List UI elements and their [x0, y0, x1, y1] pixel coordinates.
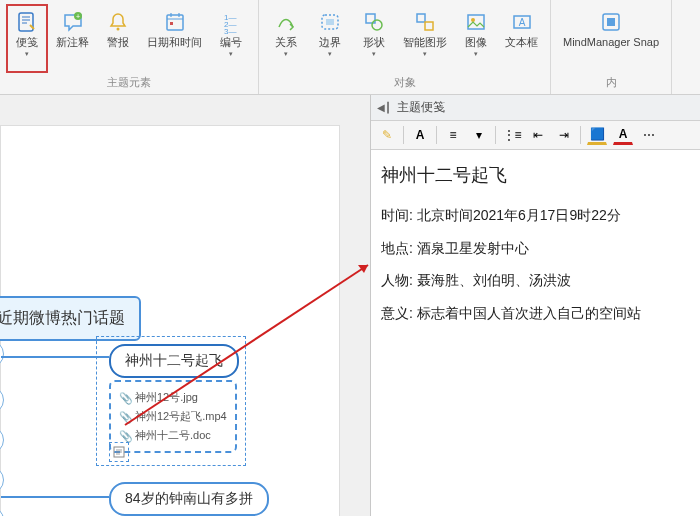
shape-icon — [362, 10, 386, 34]
subtopic-selected[interactable]: 神州十二号起飞 — [109, 344, 239, 378]
collapse-icon[interactable]: ◀┃ — [377, 102, 391, 113]
attachment-item[interactable]: 📎神州12号起飞.mp4 — [119, 407, 227, 426]
align-dropdown-button[interactable]: ▾ — [469, 125, 489, 145]
svg-text:3—: 3— — [224, 27, 236, 34]
attachment-name: 神州12号.jpg — [135, 390, 198, 405]
svg-rect-14 — [425, 22, 433, 30]
svg-marker-23 — [358, 265, 368, 273]
notes-value: 标志着中国人首次进入自己的空间站 — [417, 300, 641, 327]
subtopic-small[interactable]: 业 — [0, 466, 4, 494]
svg-point-3 — [117, 28, 120, 31]
smart-shape-icon — [413, 10, 437, 34]
indent-button[interactable]: ⇥ — [554, 125, 574, 145]
topic-note-icon[interactable] — [109, 442, 129, 462]
svg-rect-20 — [607, 18, 615, 26]
snap-button[interactable]: MindManager Snap — [557, 4, 665, 73]
notes-label: 地点: — [381, 235, 413, 262]
alert-label: 警报 — [107, 36, 129, 49]
alert-button[interactable]: 警报 — [97, 4, 139, 73]
number-icon: 1—2—3— — [219, 10, 243, 34]
bg-color-button[interactable]: 🟦 — [587, 125, 607, 145]
svg-rect-5 — [170, 22, 173, 25]
image-button[interactable]: 图像 ▾ — [455, 4, 497, 73]
notes-content[interactable]: 神州十二号起飞 时间: 北京时间2021年6月17日9时22分 地点: 酒泉卫星… — [371, 150, 700, 341]
ribbon-group-snap: MindManager Snap 内 — [551, 0, 672, 94]
boundary-icon — [318, 10, 342, 34]
more-button[interactable]: ⋯ — [639, 125, 659, 145]
dropdown-arrow-icon: ▾ — [372, 50, 376, 58]
separator — [580, 126, 581, 144]
datetime-button[interactable]: 日期和时间 — [141, 4, 208, 73]
svg-point-12 — [372, 20, 382, 30]
smart-shape-button[interactable]: 智能图形 ▾ — [397, 4, 453, 73]
svg-rect-0 — [19, 13, 33, 31]
bullet-button[interactable]: ⋮≡ — [502, 125, 522, 145]
outdent-button[interactable]: ⇤ — [528, 125, 548, 145]
svg-text:+: + — [75, 13, 79, 20]
dropdown-arrow-icon: ▾ — [328, 50, 332, 58]
comment-label: 新注释 — [56, 36, 89, 49]
connector — [1, 356, 109, 358]
notes-row: 地点: 酒泉卫星发射中心 — [381, 235, 690, 262]
attachment-name: 神州十二号.doc — [135, 428, 211, 443]
notes-icon — [15, 10, 39, 34]
dropdown-arrow-icon: ▾ — [25, 50, 29, 58]
canvas: 近期微博热门话题 探 息 荐 业 号 神州十二号起飞 📎神州12号.jpg 📎神… — [0, 125, 340, 516]
notes-label: 便笺 — [16, 36, 38, 49]
number-button[interactable]: 1—2—3— 编号 ▾ — [210, 4, 252, 73]
font-color-button[interactable]: A — [613, 125, 633, 145]
new-comment-button[interactable]: + 新注释 — [50, 4, 95, 73]
subtopic-small[interactable]: 探 — [0, 340, 4, 368]
svg-rect-15 — [468, 15, 484, 29]
connector — [1, 496, 109, 498]
subtopic-small[interactable]: 号 — [0, 506, 4, 516]
textbox-icon: A — [510, 10, 534, 34]
paperclip-icon: 📎 — [119, 392, 131, 404]
shape-button[interactable]: 形状 ▾ — [353, 4, 395, 73]
dropdown-arrow-icon: ▾ — [229, 50, 233, 58]
number-label: 编号 — [220, 36, 242, 49]
snap-label: MindManager Snap — [563, 36, 659, 49]
svg-text:A: A — [518, 17, 525, 28]
image-icon — [464, 10, 488, 34]
notes-toolbar: ✎ A ≡ ▾ ⋮≡ ⇤ ⇥ 🟦 A ⋯ — [371, 121, 700, 150]
align-left-button[interactable]: ≡ — [443, 125, 463, 145]
attachment-item[interactable]: 📎神州十二号.doc — [119, 426, 227, 445]
notes-label: 时间: — [381, 202, 413, 229]
notes-row: 意义: 标志着中国人首次进入自己的空间站 — [381, 300, 690, 327]
notes-value: 北京时间2021年6月17日9时22分 — [417, 202, 621, 229]
subtopic[interactable]: 84岁的钟南山有多拼 — [109, 482, 269, 516]
dropdown-arrow-icon: ▾ — [284, 50, 288, 58]
notes-panel-header: ◀┃ 主题便笺 — [371, 95, 700, 121]
group-label-objects: 对象 — [265, 73, 544, 92]
boundary-button[interactable]: 边界 ▾ — [309, 4, 351, 73]
svg-rect-4 — [167, 15, 183, 30]
subtopic-small[interactable]: 荐 — [0, 426, 4, 454]
notes-button[interactable]: 便笺 ▾ — [6, 4, 48, 73]
ribbon-toolbar: 便笺 ▾ + 新注释 警报 日期和时间 1—2—3— 编号 ▾ 主题元素 — [0, 0, 700, 95]
svg-rect-10 — [326, 19, 334, 25]
subtopic-small[interactable]: 息 — [0, 386, 4, 414]
calendar-icon — [163, 10, 187, 34]
relation-button[interactable]: 关系 ▾ — [265, 4, 307, 73]
relation-label: 关系 — [275, 36, 297, 49]
comment-icon: + — [61, 10, 85, 34]
notes-row: 人物: 聂海胜、刘伯明、汤洪波 — [381, 267, 690, 294]
font-button[interactable]: A — [410, 125, 430, 145]
separator — [495, 126, 496, 144]
dropdown-arrow-icon: ▾ — [474, 50, 478, 58]
image-label: 图像 — [465, 36, 487, 49]
paperclip-icon: 📎 — [119, 430, 131, 442]
group-label-topic: 主题元素 — [6, 73, 252, 92]
ribbon-group-topic-elements: 便笺 ▾ + 新注释 警报 日期和时间 1—2—3— 编号 ▾ 主题元素 — [0, 0, 259, 94]
notes-label: 意义: — [381, 300, 413, 327]
notes-label: 人物: — [381, 267, 413, 294]
textbox-button[interactable]: A 文本框 — [499, 4, 544, 73]
notes-row: 时间: 北京时间2021年6月17日9时22分 — [381, 202, 690, 229]
main-topic[interactable]: 近期微博热门话题 — [0, 296, 141, 341]
canvas-area[interactable]: 近期微博热门话题 探 息 荐 业 号 神州十二号起飞 📎神州12号.jpg 📎神… — [0, 95, 370, 516]
highlight-button[interactable]: ✎ — [377, 125, 397, 145]
attachment-item[interactable]: 📎神州12号.jpg — [119, 388, 227, 407]
workspace: 近期微博热门话题 探 息 荐 业 号 神州十二号起飞 📎神州12号.jpg 📎神… — [0, 95, 700, 516]
ribbon-group-objects: 关系 ▾ 边界 ▾ 形状 ▾ 智能图形 ▾ 图像 ▾ — [259, 0, 551, 94]
